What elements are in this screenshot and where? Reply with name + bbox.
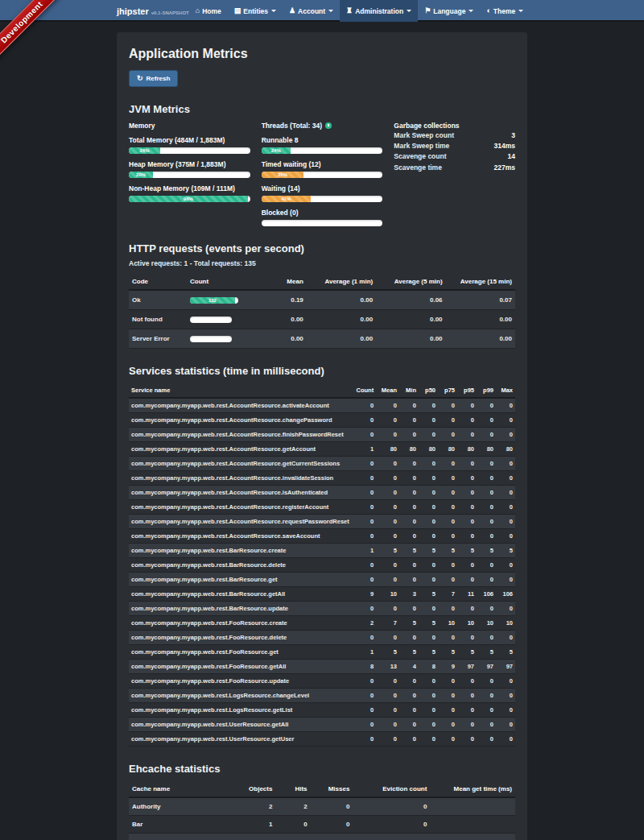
refresh-button[interactable]: ↻ Refresh bbox=[129, 70, 178, 87]
table-cell: 0.06 bbox=[376, 290, 445, 310]
column-header: Min bbox=[399, 383, 419, 398]
table-cell: 0 bbox=[419, 689, 438, 703]
metric-label: Heap Memory (375M / 1,883M) bbox=[129, 160, 250, 168]
nav-item-entities[interactable]: ▤Entities bbox=[228, 0, 283, 22]
table-row: com.mycompany.myapp.web.rest.AccountReso… bbox=[129, 500, 515, 515]
table-cell: Ok bbox=[129, 290, 187, 310]
table-cell: 0 bbox=[419, 631, 438, 645]
refresh-button-label: Refresh bbox=[147, 75, 171, 82]
table-cell: 0 bbox=[419, 413, 438, 428]
nav-item-account[interactable]: ♟Account bbox=[283, 0, 340, 22]
nav-item-home[interactable]: ⌂Home bbox=[189, 0, 228, 22]
table-cell: 0 bbox=[438, 457, 457, 471]
table-header-row: Service nameCountMeanMinp50p75p95p99Max bbox=[129, 383, 515, 398]
nav-item-label: Administration bbox=[355, 7, 403, 15]
table-cell: 11 bbox=[457, 587, 477, 602]
metric-label: Blocked (0) bbox=[262, 209, 383, 217]
table-cell: 0 bbox=[419, 674, 438, 689]
table-cell: com.mycompany.myapp.web.rest.AccountReso… bbox=[129, 515, 353, 529]
table-cell: 0.00 bbox=[376, 310, 445, 329]
table-row: com.mycompany.myapp.web.rest.BarResource… bbox=[129, 544, 515, 558]
services-statistics-table: Service nameCountMeanMinp50p75p95p99Maxc… bbox=[129, 383, 515, 747]
table-cell: 7 bbox=[376, 616, 399, 631]
stat-value: 227ms bbox=[494, 163, 515, 173]
table-cell: 0 bbox=[477, 529, 496, 544]
progress-label: 26% bbox=[140, 148, 150, 153]
table-row: com.mycompany.myapp.web.rest.AccountReso… bbox=[129, 457, 515, 471]
table-cell: 0 bbox=[438, 674, 457, 689]
table-cell: 8 bbox=[353, 660, 376, 674]
nav-item-theme[interactable]: ◐Theme bbox=[480, 0, 530, 22]
table-cell: com.mycompany.myapp.web.rest.FooResource… bbox=[129, 645, 353, 660]
stat-value: 314ms bbox=[494, 141, 515, 151]
progress-label: 132 bbox=[208, 298, 217, 303]
table-cell: 0 bbox=[477, 689, 496, 703]
table-cell: Authority bbox=[129, 797, 237, 816]
table-cell: 0 bbox=[496, 703, 515, 718]
table-cell: 0 bbox=[376, 732, 399, 747]
table-cell: 0 bbox=[419, 718, 438, 732]
nav-item-administration[interactable]: ♜Administration bbox=[340, 0, 418, 22]
table-cell: com.mycompany.myapp.web.rest.AccountReso… bbox=[129, 471, 353, 486]
table-cell: 0 bbox=[376, 529, 399, 544]
gc-heading: Garbage collections bbox=[394, 122, 515, 130]
nav-item-language[interactable]: ⚑Language bbox=[418, 0, 480, 22]
table-cell: 5 bbox=[419, 645, 438, 660]
column-header: p75 bbox=[438, 383, 457, 398]
table-cell: 0.07 bbox=[446, 290, 515, 310]
nav-item-label: Theme bbox=[493, 7, 515, 15]
table-cell: com.mycompany.myapp.web.rest.FooResource… bbox=[129, 616, 353, 631]
table-cell: 0.00 bbox=[376, 329, 445, 349]
table-cell: com.mycompany.myapp.web.rest.BarResource… bbox=[129, 544, 353, 558]
table-cell: 1 bbox=[353, 442, 376, 457]
table-cell: 0.00 bbox=[307, 329, 376, 349]
brand-link[interactable]: jhipster v0.1-SNAPSHOT bbox=[117, 6, 189, 16]
table-row: Bar1000 bbox=[129, 816, 515, 834]
table-cell: 0 bbox=[376, 674, 399, 689]
table-cell: 0 bbox=[496, 674, 515, 689]
table-cell: 0 bbox=[496, 573, 515, 587]
table-cell: 0 bbox=[438, 573, 457, 587]
table-cell: com.mycompany.myapp.web.rest.AccountReso… bbox=[129, 398, 353, 413]
column-header: Mean bbox=[245, 274, 307, 290]
thread-dump-eye-icon[interactable] bbox=[325, 122, 332, 129]
progress-track: 41% bbox=[262, 196, 383, 202]
table-cell: 0 bbox=[399, 703, 419, 718]
table-cell: 0 bbox=[399, 718, 419, 732]
table-cell: 0 bbox=[353, 797, 430, 816]
table-cell: com.mycompany.myapp.web.rest.LogsResourc… bbox=[129, 703, 353, 718]
table-row: com.mycompany.myapp.web.rest.UserResourc… bbox=[129, 718, 515, 732]
stat-label: Scavenge time bbox=[394, 163, 442, 173]
memory-column: Memory Total Memory (484M / 1,883M)26%He… bbox=[129, 122, 250, 226]
table-cell: 0 bbox=[399, 471, 419, 486]
table-row: Server Error0.000.000.000.00 bbox=[129, 329, 515, 349]
table-cell: 0 bbox=[311, 834, 353, 840]
active-requests-value: 1 bbox=[184, 259, 188, 267]
entities-list-icon: ▤ bbox=[234, 7, 242, 14]
table-cell: 0 bbox=[438, 703, 457, 718]
table-cell: 2 bbox=[275, 797, 310, 816]
table-cell: 0 bbox=[353, 457, 376, 471]
progress-track: 98% bbox=[129, 196, 250, 202]
table-cell: 0 bbox=[419, 398, 438, 413]
table-cell: 0 bbox=[438, 471, 457, 486]
table-cell: 1 bbox=[353, 645, 376, 660]
table-cell: 0 bbox=[496, 631, 515, 645]
progress-label: 20% bbox=[136, 172, 146, 177]
table-cell: 0 bbox=[399, 398, 419, 413]
table-row: com.mycompany.myapp.web.rest.UserResourc… bbox=[129, 732, 515, 747]
table-cell: com.mycompany.myapp.web.rest.BarResource… bbox=[129, 558, 353, 573]
table-cell: 0 bbox=[457, 515, 477, 529]
table-cell: 5 bbox=[419, 616, 438, 631]
table-cell bbox=[430, 816, 515, 834]
table-cell: 0 bbox=[477, 398, 496, 413]
caret-down-icon bbox=[271, 10, 276, 12]
progress-label: 35% bbox=[278, 172, 287, 177]
table-cell: 0 bbox=[438, 602, 457, 616]
table-cell: 0 bbox=[353, 573, 376, 587]
table-cell: 0 bbox=[399, 500, 419, 515]
table-cell: 0 bbox=[477, 457, 496, 471]
table-row: com.mycompany.myapp.web.rest.FooResource… bbox=[129, 616, 515, 631]
flag-icon: ⚑ bbox=[424, 7, 431, 14]
table-cell: Not found bbox=[129, 310, 187, 329]
